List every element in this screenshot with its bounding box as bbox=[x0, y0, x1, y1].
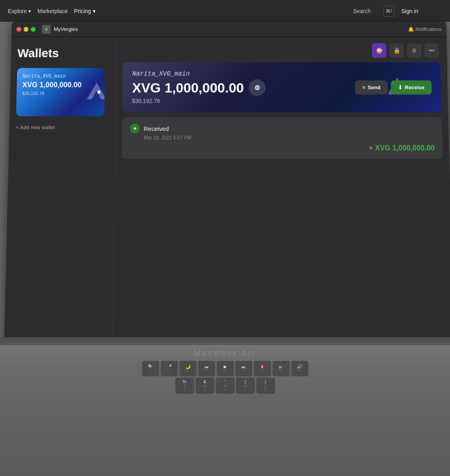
key-f5[interactable]: 🎤 F5 bbox=[161, 361, 178, 375]
main-area: 🧅 🔒 ⚙ ••• Narita_XVG_main bbox=[113, 37, 450, 348]
key-f8[interactable]: ▶ F8 bbox=[217, 361, 234, 375]
more-button[interactable]: ••• bbox=[424, 43, 439, 58]
wallet-action-buttons: ≡ Send ⬇ Receive bbox=[355, 80, 432, 94]
wallet-detail-amount: XVG 1,000,000.00 ⚙ bbox=[132, 79, 266, 96]
more-icon: ••• bbox=[429, 47, 435, 54]
transaction-date: Mar 18, 2021 6:07 PM bbox=[144, 135, 434, 140]
receive-icon: ⬇ bbox=[398, 84, 402, 90]
wallet-selected-dot bbox=[97, 90, 100, 94]
laptop-hinge bbox=[0, 337, 450, 345]
transaction-icon: + bbox=[130, 123, 140, 133]
key-f12[interactable]: 🔊 F12 bbox=[291, 361, 308, 375]
nav-marketplace[interactable]: Marketplace bbox=[37, 8, 67, 14]
sidebar-title: Wallets bbox=[17, 46, 110, 60]
add-wallet-button[interactable]: + Add new wallet bbox=[16, 123, 109, 132]
function-key-row: 🔍 F4 🎤 F5 🌙 F6 ⏮ F7 ▶ F8 ⏭ F9 bbox=[12, 361, 438, 375]
key-f6[interactable]: 🌙 F6 bbox=[180, 361, 196, 375]
app-title: MyVergies bbox=[54, 26, 78, 32]
browser-signin-button[interactable]: Sign in bbox=[401, 8, 418, 14]
traffic-lights bbox=[16, 27, 35, 31]
wallet-actions-bar: 🧅 🔒 ⚙ ••• bbox=[123, 43, 440, 58]
browser-nav: Explore ▾ Marketplace Pricing ▾ bbox=[8, 8, 96, 14]
key-f7[interactable]: ⏮ F7 bbox=[198, 361, 215, 375]
laptop-brand: MacBook Air bbox=[0, 345, 450, 361]
nav-pricing[interactable]: Pricing ▾ bbox=[74, 8, 96, 14]
nav-explore[interactable]: Explore ▾ bbox=[8, 8, 31, 14]
transaction-type: Received bbox=[144, 125, 169, 132]
laptop-body: MacBook Air 🔍 F4 🎤 F5 🌙 F6 ⏮ F7 ▶ F8 bbox=[0, 337, 450, 476]
gear-icon: ⚙ bbox=[412, 47, 417, 54]
svg-marker-2 bbox=[87, 83, 105, 100]
lock-icon: 🔒 bbox=[393, 47, 400, 54]
transaction-amount: + XVG 1,000,000.00 bbox=[130, 144, 435, 153]
transaction-header: + Received bbox=[130, 123, 434, 133]
minimize-button[interactable] bbox=[23, 27, 28, 31]
number-key-row: % え 5 & お 6 ' や 7 ( ゆ 8 ) よ 9 bbox=[12, 378, 438, 393]
key-7[interactable]: ' や 7 bbox=[216, 378, 234, 393]
key-6[interactable]: & お 6 bbox=[196, 378, 214, 393]
browser-command-icon[interactable]: ⌘/ bbox=[383, 6, 394, 17]
transaction-card[interactable]: + Received Mar 18, 2021 6:07 PM + XVG 1,… bbox=[122, 117, 443, 159]
key-5[interactable]: % え 5 bbox=[176, 378, 194, 393]
notifications-button[interactable]: 🔔 Notifications bbox=[408, 26, 442, 32]
wallet-detail-info: Narita_XVG_main XVG 1,000,000.00 ⚙ $30,1… bbox=[132, 70, 266, 104]
wallet-detail-card: Narita_XVG_main XVG 1,000,000.00 ⚙ $30,1… bbox=[122, 62, 442, 112]
close-button[interactable] bbox=[16, 27, 21, 31]
key-f11[interactable]: 🔉 F11 bbox=[273, 361, 289, 375]
laptop-screen: V MyVergies 🔔 Notifications Wallets Nari… bbox=[4, 22, 450, 348]
tor-icon: 🧅 bbox=[376, 47, 383, 54]
svg-text:V: V bbox=[45, 27, 48, 31]
maximize-button[interactable] bbox=[31, 27, 35, 31]
wallet-detail-name: Narita_XVG_main bbox=[132, 70, 266, 77]
lock-button[interactable]: 🔒 bbox=[389, 43, 404, 58]
send-button[interactable]: ≡ Send bbox=[355, 80, 388, 94]
key-f9[interactable]: ⏭ F9 bbox=[236, 361, 252, 375]
app-titlebar: V MyVergies 🔔 Notifications bbox=[11, 22, 446, 37]
key-f10[interactable]: 🔇 F10 bbox=[254, 361, 271, 375]
app-content: Wallets Narita_XVG_main XVG 1,000,000.00… bbox=[4, 37, 450, 348]
browser-search: Search bbox=[353, 8, 371, 14]
settings-button[interactable]: ⚙ bbox=[407, 43, 421, 58]
send-icon: ≡ bbox=[362, 84, 366, 90]
wallet-settings-button[interactable]: ⚙ bbox=[249, 79, 265, 96]
tor-button[interactable]: 🧅 bbox=[372, 43, 387, 58]
browser-bar: Explore ▾ Marketplace Pricing ▾ Search ⌘… bbox=[0, 0, 450, 22]
key-f4[interactable]: 🔍 F4 bbox=[142, 361, 159, 375]
key-8[interactable]: ( ゆ 8 bbox=[236, 378, 255, 393]
wallet-card[interactable]: Narita_XVG_main XVG 1,000,000.00 $30,192… bbox=[16, 68, 105, 116]
sidebar: Wallets Narita_XVG_main XVG 1,000,000.00… bbox=[4, 37, 117, 348]
keyboard-area: 🔍 F4 🎤 F5 🌙 F6 ⏮ F7 ▶ F8 ⏭ F9 bbox=[0, 361, 450, 393]
wallet-card-name: Narita_XVG_main bbox=[23, 74, 99, 79]
receive-button[interactable]: ⬇ Receive bbox=[391, 80, 432, 94]
app-icon: V bbox=[42, 25, 50, 33]
wallet-detail-usd: $30,192.78 bbox=[132, 98, 266, 104]
key-9[interactable]: ) よ 9 bbox=[257, 378, 275, 393]
